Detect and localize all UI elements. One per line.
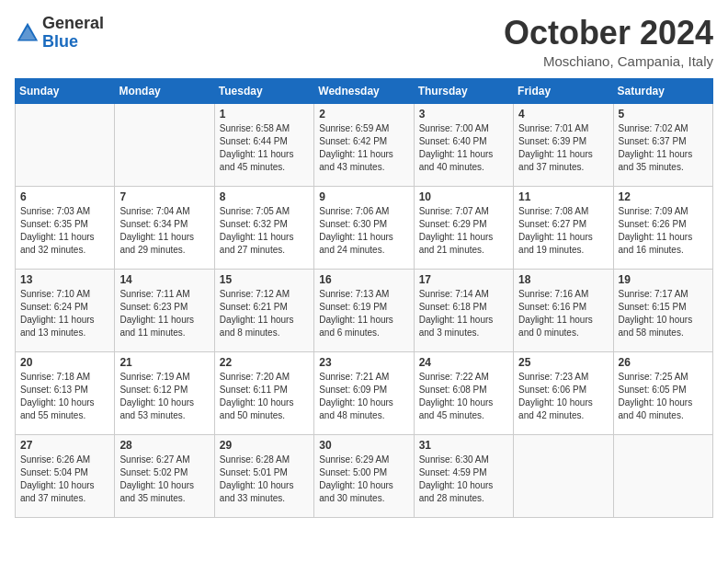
logo-icon <box>15 20 40 46</box>
page-header: General Blue October 2024 Moschiano, Cam… <box>15 15 713 69</box>
calendar-cell: 14Sunrise: 7:11 AMSunset: 6:23 PMDayligh… <box>115 269 214 351</box>
calendar-week-row: 6Sunrise: 7:03 AMSunset: 6:35 PMDaylight… <box>16 186 713 269</box>
calendar-cell: 4Sunrise: 7:01 AMSunset: 6:39 PMDaylight… <box>514 103 613 186</box>
day-info: Sunrise: 7:12 AMSunset: 6:21 PMDaylight:… <box>220 288 309 339</box>
calendar-cell: 30Sunrise: 6:29 AMSunset: 5:00 PMDayligh… <box>314 434 414 517</box>
day-number: 27 <box>20 439 109 452</box>
calendar-week-row: 1Sunrise: 6:58 AMSunset: 6:44 PMDaylight… <box>16 103 713 186</box>
calendar-cell: 11Sunrise: 7:08 AMSunset: 6:27 PMDayligh… <box>514 186 613 269</box>
day-number: 24 <box>419 356 508 369</box>
day-number: 30 <box>319 439 408 452</box>
day-number: 5 <box>619 108 708 121</box>
day-info: Sunrise: 7:14 AMSunset: 6:18 PMDaylight:… <box>419 288 508 339</box>
logo: General Blue <box>15 15 104 52</box>
day-number: 19 <box>619 273 708 286</box>
day-number: 31 <box>419 439 508 452</box>
calendar-table: SundayMondayTuesdayWednesdayThursdayFrid… <box>15 78 713 518</box>
calendar-cell <box>514 434 613 517</box>
day-info: Sunrise: 7:07 AMSunset: 6:29 PMDaylight:… <box>419 205 508 257</box>
day-info: Sunrise: 7:16 AMSunset: 6:16 PMDaylight:… <box>518 288 608 339</box>
day-number: 20 <box>20 356 109 369</box>
day-info: Sunrise: 6:59 AMSunset: 6:42 PMDaylight:… <box>319 122 408 174</box>
calendar-cell: 23Sunrise: 7:21 AMSunset: 6:09 PMDayligh… <box>314 351 414 434</box>
day-info: Sunrise: 7:19 AMSunset: 6:12 PMDaylight:… <box>119 371 209 422</box>
day-number: 21 <box>119 356 209 369</box>
calendar-cell: 6Sunrise: 7:03 AMSunset: 6:35 PMDaylight… <box>16 186 115 269</box>
day-info: Sunrise: 7:05 AMSunset: 6:32 PMDaylight:… <box>220 205 309 257</box>
weekday-header: Friday <box>514 78 613 103</box>
day-number: 13 <box>20 273 109 286</box>
day-info: Sunrise: 7:23 AMSunset: 6:06 PMDaylight:… <box>518 371 608 422</box>
calendar-cell: 3Sunrise: 7:00 AMSunset: 6:40 PMDaylight… <box>414 103 513 186</box>
day-info: Sunrise: 6:30 AMSunset: 4:59 PMDaylight:… <box>419 454 508 505</box>
day-number: 14 <box>119 273 209 286</box>
calendar-cell <box>16 103 115 186</box>
calendar-cell: 28Sunrise: 6:27 AMSunset: 5:02 PMDayligh… <box>115 434 214 517</box>
day-number: 18 <box>518 273 608 286</box>
day-number: 15 <box>220 273 309 286</box>
calendar-cell <box>115 103 214 186</box>
day-info: Sunrise: 7:03 AMSunset: 6:35 PMDaylight:… <box>20 205 109 257</box>
day-number: 7 <box>119 190 209 203</box>
location: Moschiano, Campania, Italy <box>504 53 713 69</box>
calendar-cell: 17Sunrise: 7:14 AMSunset: 6:18 PMDayligh… <box>414 269 513 351</box>
calendar-cell: 9Sunrise: 7:06 AMSunset: 6:30 PMDaylight… <box>314 186 414 269</box>
calendar-cell: 1Sunrise: 6:58 AMSunset: 6:44 PMDaylight… <box>214 103 313 186</box>
day-info: Sunrise: 7:20 AMSunset: 6:11 PMDaylight:… <box>220 371 309 422</box>
calendar-cell <box>613 434 712 517</box>
calendar-cell: 27Sunrise: 6:26 AMSunset: 5:04 PMDayligh… <box>16 434 115 517</box>
weekday-header: Saturday <box>613 78 712 103</box>
calendar-cell: 16Sunrise: 7:13 AMSunset: 6:19 PMDayligh… <box>314 269 414 351</box>
calendar-week-row: 13Sunrise: 7:10 AMSunset: 6:24 PMDayligh… <box>16 269 713 351</box>
day-number: 23 <box>319 356 408 369</box>
day-info: Sunrise: 7:09 AMSunset: 6:26 PMDaylight:… <box>619 205 708 257</box>
day-info: Sunrise: 6:58 AMSunset: 6:44 PMDaylight:… <box>220 122 309 174</box>
calendar-cell: 20Sunrise: 7:18 AMSunset: 6:13 PMDayligh… <box>16 351 115 434</box>
day-info: Sunrise: 7:01 AMSunset: 6:39 PMDaylight:… <box>518 122 608 174</box>
weekday-header: Wednesday <box>314 78 414 103</box>
calendar-week-row: 27Sunrise: 6:26 AMSunset: 5:04 PMDayligh… <box>16 434 713 517</box>
calendar-cell: 19Sunrise: 7:17 AMSunset: 6:15 PMDayligh… <box>613 269 712 351</box>
day-info: Sunrise: 7:10 AMSunset: 6:24 PMDaylight:… <box>20 288 109 339</box>
calendar-cell: 2Sunrise: 6:59 AMSunset: 6:42 PMDaylight… <box>314 103 414 186</box>
day-info: Sunrise: 7:00 AMSunset: 6:40 PMDaylight:… <box>419 122 508 174</box>
day-number: 10 <box>419 190 508 203</box>
calendar-cell: 29Sunrise: 6:28 AMSunset: 5:01 PMDayligh… <box>214 434 313 517</box>
calendar-cell: 22Sunrise: 7:20 AMSunset: 6:11 PMDayligh… <box>214 351 313 434</box>
day-info: Sunrise: 6:26 AMSunset: 5:04 PMDaylight:… <box>20 454 109 505</box>
calendar-cell: 13Sunrise: 7:10 AMSunset: 6:24 PMDayligh… <box>16 269 115 351</box>
weekday-header-row: SundayMondayTuesdayWednesdayThursdayFrid… <box>16 78 713 103</box>
calendar-cell: 10Sunrise: 7:07 AMSunset: 6:29 PMDayligh… <box>414 186 513 269</box>
day-number: 1 <box>220 108 309 121</box>
day-info: Sunrise: 7:08 AMSunset: 6:27 PMDaylight:… <box>518 205 608 257</box>
day-number: 29 <box>220 439 309 452</box>
day-info: Sunrise: 7:18 AMSunset: 6:13 PMDaylight:… <box>20 371 109 422</box>
calendar-cell: 24Sunrise: 7:22 AMSunset: 6:08 PMDayligh… <box>414 351 513 434</box>
day-number: 16 <box>319 273 408 286</box>
day-number: 11 <box>518 190 608 203</box>
day-number: 8 <box>220 190 309 203</box>
day-info: Sunrise: 7:06 AMSunset: 6:30 PMDaylight:… <box>319 205 408 257</box>
calendar-cell: 18Sunrise: 7:16 AMSunset: 6:16 PMDayligh… <box>514 269 613 351</box>
day-number: 12 <box>619 190 708 203</box>
day-info: Sunrise: 7:13 AMSunset: 6:19 PMDaylight:… <box>319 288 408 339</box>
day-number: 22 <box>220 356 309 369</box>
calendar-cell: 15Sunrise: 7:12 AMSunset: 6:21 PMDayligh… <box>214 269 313 351</box>
day-info: Sunrise: 7:11 AMSunset: 6:23 PMDaylight:… <box>119 288 209 339</box>
day-info: Sunrise: 6:27 AMSunset: 5:02 PMDaylight:… <box>119 454 209 505</box>
weekday-header: Thursday <box>414 78 513 103</box>
day-info: Sunrise: 6:29 AMSunset: 5:00 PMDaylight:… <box>319 454 408 505</box>
day-number: 17 <box>419 273 508 286</box>
weekday-header: Monday <box>115 78 214 103</box>
day-number: 4 <box>518 108 608 121</box>
logo-blue: Blue <box>42 33 104 52</box>
day-number: 28 <box>119 439 209 452</box>
calendar-cell: 5Sunrise: 7:02 AMSunset: 6:37 PMDaylight… <box>613 103 712 186</box>
calendar-cell: 7Sunrise: 7:04 AMSunset: 6:34 PMDaylight… <box>115 186 214 269</box>
day-number: 25 <box>518 356 608 369</box>
weekday-header: Tuesday <box>214 78 313 103</box>
day-number: 9 <box>319 190 408 203</box>
day-number: 26 <box>619 356 708 369</box>
calendar-cell: 26Sunrise: 7:25 AMSunset: 6:05 PMDayligh… <box>613 351 712 434</box>
weekday-header: Sunday <box>16 78 115 103</box>
